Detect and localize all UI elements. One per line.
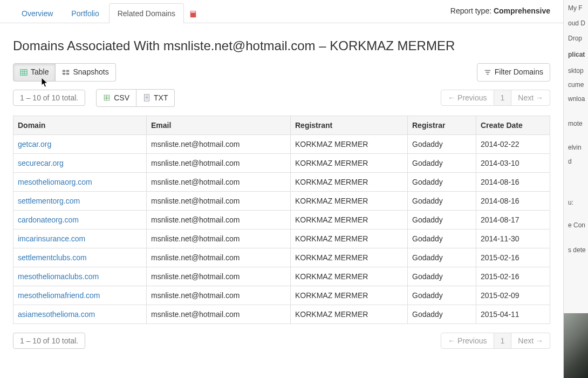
tab-bar: Overview Portfolio Related Domains Repor… <box>0 0 563 23</box>
col-registrar[interactable]: Registrar <box>408 116 476 135</box>
view-table-label: Table <box>31 67 49 78</box>
side-panel: My Foud DDropplicatsktopcumewnloamoteelv… <box>563 0 588 378</box>
side-item: oud D <box>565 15 587 31</box>
csv-icon <box>103 94 111 102</box>
cell-registrant: KORKMAZ MERMER <box>291 192 408 211</box>
table-row: securecar.orgmsnliste.net@hotmail.comKOR… <box>13 154 550 173</box>
cell-email: msnliste.net@hotmail.com <box>147 192 291 211</box>
cell-create-date: 2015-02-09 <box>476 286 550 305</box>
tab-portfolio[interactable]: Portfolio <box>63 3 107 23</box>
domain-link[interactable]: asiamesothelioma.com <box>18 310 95 319</box>
view-snapshots-button[interactable]: Snapshots <box>56 63 115 82</box>
svg-rect-2 <box>20 70 27 76</box>
col-create-date[interactable]: Create Date <box>476 116 550 135</box>
side-thumbnail <box>564 313 588 378</box>
table-header-row: Domain Email Registrant Registrar Create… <box>13 116 550 135</box>
tab-related-domains[interactable]: Related Domains <box>109 3 184 23</box>
cell-domain: imcarinsurance.com <box>13 230 147 248</box>
cell-registrant: KORKMAZ MERMER <box>291 305 408 324</box>
pagination-page-bottom[interactable]: 1 <box>494 333 512 349</box>
cell-registrant: KORKMAZ MERMER <box>291 267 408 286</box>
domain-link[interactable]: settlementorg.com <box>18 197 80 205</box>
tab-overview[interactable]: Overview <box>13 3 61 23</box>
table-row: settlementorg.commsnliste.net@hotmail.co… <box>13 192 550 211</box>
cell-email: msnliste.net@hotmail.com <box>147 267 291 286</box>
cell-registrar: Godaddy <box>408 286 476 305</box>
cell-create-date: 2015-04-11 <box>476 305 550 324</box>
cell-domain: asiamesothelioma.com <box>13 305 147 324</box>
svg-rect-20 <box>145 96 148 97</box>
cell-domain: cardonateorg.com <box>13 211 147 230</box>
side-item: u: <box>565 194 576 211</box>
col-registrant[interactable]: Registrant <box>291 116 408 135</box>
domain-link[interactable]: mesotheliomaclubs.com <box>18 272 99 281</box>
domain-link[interactable]: mesotheliomafriend.com <box>18 291 100 300</box>
svg-rect-21 <box>145 98 148 98</box>
view-snapshots-label: Snapshots <box>73 67 108 78</box>
txt-icon <box>143 94 151 102</box>
svg-rect-13 <box>487 73 489 75</box>
col-domain[interactable]: Domain <box>13 116 147 135</box>
export-csv-label: CSV <box>114 93 129 104</box>
cell-domain: mesotheliomaclubs.com <box>13 267 147 286</box>
cell-registrant: KORKMAZ MERMER <box>291 248 408 267</box>
side-item: My F <box>565 0 585 16</box>
cell-domain: settlementorg.com <box>13 192 147 211</box>
cell-registrar: Godaddy <box>408 230 476 248</box>
pagination-next-bottom[interactable]: Next → <box>511 333 550 349</box>
cell-registrant: KORKMAZ MERMER <box>291 135 408 154</box>
table-row: getcar.orgmsnliste.net@hotmail.comKORKMA… <box>13 135 550 154</box>
svg-rect-8 <box>66 70 69 72</box>
cell-registrant: KORKMAZ MERMER <box>291 286 408 305</box>
cell-domain: securecar.org <box>13 154 147 173</box>
view-toggle: Table Snapshots <box>13 63 116 82</box>
cell-registrar: Godaddy <box>408 192 476 211</box>
side-item: e Con <box>565 217 587 233</box>
cell-registrant: KORKMAZ MERMER <box>291 230 408 248</box>
export-txt-button[interactable]: TXT <box>136 89 175 107</box>
domain-link[interactable]: imcarinsurance.com <box>18 234 85 243</box>
filter-icon <box>484 69 491 76</box>
svg-rect-10 <box>66 73 69 75</box>
view-table-button[interactable]: Table <box>13 63 56 82</box>
domain-link[interactable]: getcar.org <box>18 140 51 148</box>
cell-registrar: Godaddy <box>408 154 476 173</box>
domain-link[interactable]: cardonateorg.com <box>18 215 79 224</box>
pagination-page-top[interactable]: 1 <box>494 90 512 106</box>
export-csv-button[interactable]: CSV <box>96 89 136 107</box>
domains-table: Domain Email Registrant Registrar Create… <box>13 116 550 324</box>
svg-rect-7 <box>63 70 65 72</box>
cell-email: msnliste.net@hotmail.com <box>147 230 291 248</box>
pdf-icon[interactable] <box>185 5 201 23</box>
domain-link[interactable]: mesotheliomaorg.com <box>18 178 92 186</box>
cell-domain: settlementclubs.com <box>13 248 147 267</box>
table-row: asiamesothelioma.commsnliste.net@hotmail… <box>13 305 550 324</box>
table-row: settlementclubs.commsnliste.net@hotmail.… <box>13 248 550 267</box>
filter-domains-button[interactable]: Filter Domains <box>477 63 550 82</box>
cell-create-date: 2014-11-30 <box>476 230 550 248</box>
pagination-prev-top[interactable]: ← Previous <box>441 90 494 106</box>
cell-create-date: 2014-03-10 <box>476 154 550 173</box>
page-title: Domains Associated With msnliste.net@hot… <box>13 38 550 53</box>
svg-rect-22 <box>145 99 148 99</box>
cell-registrar: Godaddy <box>408 248 476 267</box>
svg-rect-11 <box>485 70 491 71</box>
table-row: mesotheliomaorg.commsnliste.net@hotmail.… <box>13 173 550 192</box>
cell-registrant: KORKMAZ MERMER <box>291 173 408 192</box>
pagination-next-top[interactable]: Next → <box>511 90 550 106</box>
svg-rect-12 <box>486 72 489 73</box>
cell-create-date: 2014-08-16 <box>476 173 550 192</box>
cell-registrar: Godaddy <box>408 267 476 286</box>
domain-link[interactable]: securecar.org <box>18 159 64 167</box>
cell-create-date: 2014-08-17 <box>476 211 550 230</box>
side-item: mote <box>565 116 585 132</box>
col-email[interactable]: Email <box>147 116 291 135</box>
pagination-prev-bottom[interactable]: ← Previous <box>441 333 494 349</box>
table-row: imcarinsurance.commsnliste.net@hotmail.c… <box>13 230 550 248</box>
report-type-value: Comprehensive <box>494 6 550 15</box>
domain-link[interactable]: settlementclubs.com <box>18 253 87 262</box>
pagination-bottom: ← Previous 1 Next → <box>441 333 550 349</box>
cell-registrant: KORKMAZ MERMER <box>291 211 408 230</box>
cell-create-date: 2014-02-22 <box>476 135 550 154</box>
cell-domain: getcar.org <box>13 135 147 154</box>
